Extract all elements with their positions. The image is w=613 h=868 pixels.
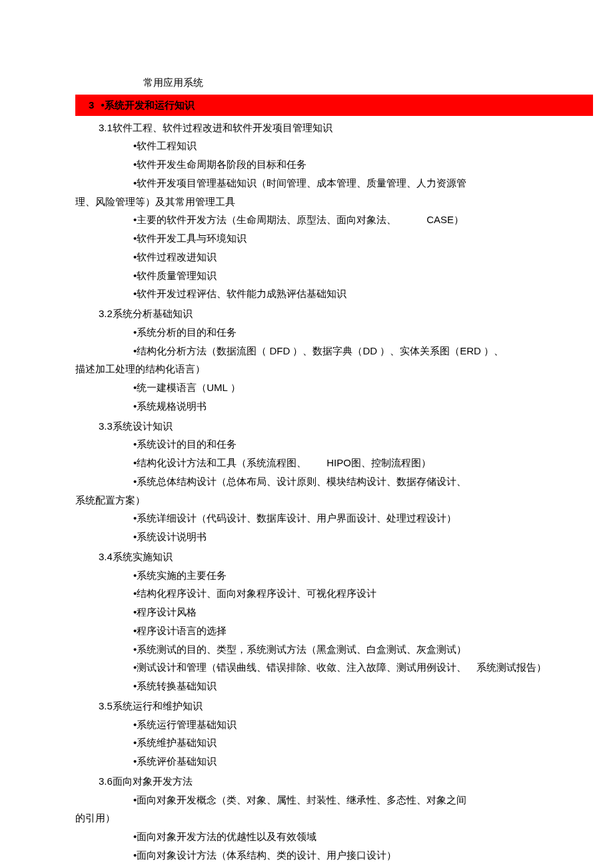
bullet-3-1-5: •软件开发工具与环境知识 xyxy=(133,229,613,248)
intro-text: 常用应用系统 xyxy=(143,73,613,92)
bullet-3-2-4: •系统规格说明书 xyxy=(133,397,613,416)
section-3-title: •系统开发和运行知识 xyxy=(101,99,195,111)
bullet-3-6-2: •面向对象开发方法的优越性以及有效领域 xyxy=(133,827,613,846)
bullet-3-1-6: •软件过程改进知识 xyxy=(133,248,613,266)
bullet-3-1-4: •主要的软件开发方法（生命周期法、原型法、面向对象法、 CASE） xyxy=(133,211,613,229)
heading-3-5: 3.5系统运行和维护知识 xyxy=(99,697,613,715)
bullet-3-6-3: •面向对象设计方法（体系结构、类的设计、用户接口设计） xyxy=(133,846,613,865)
bullet-3-1-3a: •软件开发项目管理基础知识（时间管理、成本管理、质量管理、人力资源管 xyxy=(133,174,613,193)
bullet-3-4-5: •系统测试的目的、类型，系统测试方法（黑盒测试、白盒测试、灰盒测试） xyxy=(133,640,613,659)
bullet-3-6-1b: 的引用） xyxy=(75,809,613,827)
bullet-3-3-1: •系统设计的目的和任务 xyxy=(133,435,613,454)
heading-3-4: 3.4系统实施知识 xyxy=(99,548,613,566)
bullet-3-5-3: •系统评价基础知识 xyxy=(133,752,613,771)
bullet-3-5-1: •系统运行管理基础知识 xyxy=(133,715,613,734)
bullet-3-3-3b: 系统配置方案） xyxy=(75,491,613,510)
bullet-3-5-2: •系统维护基础知识 xyxy=(133,733,613,752)
bullet-3-2-3: •统一建模语言（UML ） xyxy=(133,378,613,397)
bullet-3-1-2: •软件开发生命周期各阶段的目标和任务 xyxy=(133,155,613,174)
bullet-3-1-8: •软件开发过程评估、软件能力成熟评估基础知识 xyxy=(133,284,613,303)
bullet-3-2-2b: 描述加工处理的结构化语言） xyxy=(75,360,613,378)
section-3-header: 3 •系统开发和运行知识 xyxy=(75,95,593,116)
heading-3-1: 3.1软件工程、软件过程改进和软件开发项目管理知识 xyxy=(99,119,613,137)
bullet-3-3-4: •系统详细设计（代码设计、数据库设计、用户界面设计、处理过程设计） xyxy=(133,509,613,528)
bullet-3-4-4: •程序设计语言的选择 xyxy=(133,622,613,640)
bullet-3-1-1: •软件工程知识 xyxy=(133,137,613,155)
bullet-3-2-2a: •结构化分析方法（数据流图（ DFD ）、数据字典（DD ）、实体关系图（ERD… xyxy=(133,342,613,360)
bullet-3-4-7: •系统转换基础知识 xyxy=(133,677,613,695)
bullet-3-4-2: •结构化程序设计、面向对象程序设计、可视化程序设计 xyxy=(133,584,613,603)
bullet-3-1-7: •软件质量管理知识 xyxy=(133,266,613,285)
heading-3-2: 3.2系统分析基础知识 xyxy=(99,304,613,323)
section-3-number: 3 xyxy=(89,99,94,111)
heading-3-3: 3.3系统设计知识 xyxy=(99,417,613,436)
bullet-3-4-6: •测试设计和管理（错误曲线、错误排除、收敛、注入故障、测试用例设计、 系统测试报… xyxy=(133,658,613,677)
heading-3-6: 3.6面向对象开发方法 xyxy=(99,772,613,791)
bullet-3-4-3: •程序设计风格 xyxy=(133,603,613,622)
bullet-3-6-1a: •面向对象开发概念（类、对象、属性、封装性、继承性、多态性、对象之间 xyxy=(133,791,613,809)
bullet-3-4-1: •系统实施的主要任务 xyxy=(133,566,613,585)
bullet-3-3-2: •结构化设计方法和工具（系统流程图、 HIPO图、控制流程图） xyxy=(133,454,613,472)
bullet-3-1-3b: 理、风险管理等）及其常用管理工具 xyxy=(75,193,613,211)
bullet-3-2-1: •系统分析的目的和任务 xyxy=(133,323,613,342)
bullet-3-3-5: •系统设计说明书 xyxy=(133,528,613,546)
bullet-3-3-3a: •系统总体结构设计（总体布局、设计原则、模块结构设计、数据存储设计、 xyxy=(133,472,613,491)
